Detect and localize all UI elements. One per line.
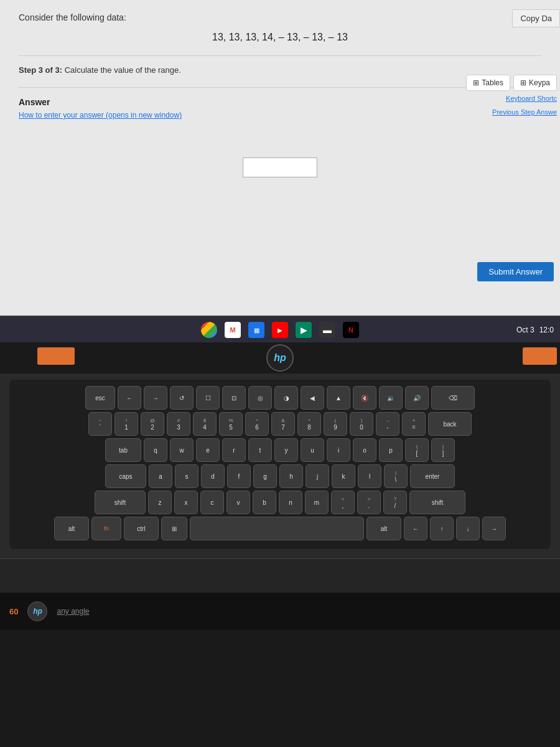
key-c[interactable]: c <box>200 491 224 514</box>
key-u[interactable]: u <box>301 438 324 462</box>
key-e[interactable]: e <box>196 438 220 462</box>
key-arrow-up[interactable]: ↑ <box>430 517 454 540</box>
tables-button[interactable]: ⊞ Tables <box>466 75 510 91</box>
key-pipe[interactable]: |\ <box>384 464 408 488</box>
key-enter[interactable]: enter <box>410 464 455 488</box>
chrome-icon[interactable] <box>201 322 217 338</box>
key-4[interactable]: $4 <box>193 412 217 436</box>
key-rbracket[interactable]: }] <box>431 438 455 462</box>
key-t[interactable]: t <box>248 438 272 462</box>
drive-icon[interactable]: ▦ <box>248 322 264 338</box>
key-vol-down[interactable]: 🔉 <box>379 386 403 410</box>
key-brightness-up[interactable]: ◑ <box>274 386 298 410</box>
key-b[interactable]: b <box>253 491 276 514</box>
any-angle-link[interactable]: any angle <box>57 607 89 616</box>
key-y[interactable]: y <box>274 438 298 462</box>
key-vol-up[interactable]: 🔊 <box>405 386 429 410</box>
key-alt-left[interactable]: alt <box>54 517 89 540</box>
key-6[interactable]: ^6 <box>245 412 269 436</box>
key-s[interactable]: s <box>175 464 198 488</box>
key-backtick[interactable]: ~` <box>88 412 112 436</box>
key-fn[interactable]: fn <box>91 517 121 540</box>
key-space[interactable] <box>190 517 364 540</box>
orange-tab-left <box>37 347 75 365</box>
key-shift-right[interactable]: shift <box>409 491 465 514</box>
key-windows-key[interactable]: ⊞ <box>161 517 187 540</box>
keyboard-shortcut-link[interactable]: Keyboard Shortc <box>506 95 557 102</box>
youtube-icon[interactable]: ▶ <box>272 322 288 338</box>
gmail-icon[interactable]: M <box>225 322 241 338</box>
divider-1 <box>19 55 541 56</box>
key-power[interactable]: ⌫ <box>431 386 475 410</box>
key-n[interactable]: n <box>279 491 302 514</box>
key-d[interactable]: d <box>201 464 225 488</box>
grid-icon: ⊞ <box>473 78 479 87</box>
key-period[interactable]: >. <box>357 491 381 514</box>
answer-input[interactable] <box>243 157 317 177</box>
key-back[interactable]: ← <box>118 386 141 410</box>
key-x[interactable]: x <box>174 491 198 514</box>
taskbar-time: Oct 3 12:0 <box>516 326 554 334</box>
touchpad[interactable] <box>0 558 560 593</box>
key-k[interactable]: k <box>332 464 355 488</box>
key-h[interactable]: h <box>279 464 303 488</box>
key-7[interactable]: &7 <box>271 412 295 436</box>
key-2[interactable]: @2 <box>141 412 164 436</box>
prev-step-link[interactable]: Previous Step Answe <box>492 108 557 116</box>
tv-icon[interactable]: ▬ <box>319 322 335 338</box>
key-p[interactable]: p <box>379 438 403 462</box>
key-alt-right[interactable]: alt <box>366 517 401 540</box>
key-prev[interactable]: ◀ <box>301 386 324 410</box>
key-equals[interactable]: += <box>402 412 426 436</box>
keypad-button[interactable]: ⊞ Keypa <box>513 75 557 91</box>
key-tab[interactable]: tab <box>105 438 141 462</box>
key-caps[interactable]: caps <box>105 464 146 488</box>
key-w[interactable]: w <box>170 438 194 462</box>
key-r[interactable]: r <box>222 438 246 462</box>
key-shift-left[interactable]: shift <box>95 491 146 514</box>
hp-logo-bar: hp <box>0 342 560 374</box>
key-backspace[interactable]: back <box>428 412 472 436</box>
key-f[interactable]: f <box>227 464 251 488</box>
netflix-icon[interactable]: N <box>343 322 359 338</box>
keyboard-icon: ⊞ <box>520 78 526 87</box>
key-windows[interactable]: ⊡ <box>222 386 246 410</box>
submit-button[interactable]: Submit Answer <box>477 262 554 281</box>
key-i[interactable]: i <box>327 438 350 462</box>
key-brightness-down[interactable]: ◎ <box>248 386 272 410</box>
key-m[interactable]: m <box>305 491 329 514</box>
key-arrow-left[interactable]: ← <box>404 517 427 540</box>
key-z[interactable]: z <box>148 491 172 514</box>
key-9[interactable]: (9 <box>324 412 347 436</box>
key-v[interactable]: v <box>226 491 250 514</box>
key-lbracket[interactable]: {[ <box>405 438 429 462</box>
key-slash[interactable]: ?/ <box>383 491 407 514</box>
key-esc[interactable]: esc <box>85 386 115 410</box>
key-mute[interactable]: 🔇 <box>353 386 376 410</box>
key-arrow-down[interactable]: ↓ <box>456 517 480 540</box>
key-3[interactable]: #3 <box>167 412 190 436</box>
data-values: 13, 13, 13, 14, – 13, – 13, – 13 <box>19 32 541 43</box>
key-play-pause[interactable]: ▲ <box>327 386 350 410</box>
key-refresh[interactable]: ↺ <box>170 386 194 410</box>
key-o[interactable]: o <box>353 438 376 462</box>
key-fullscreen[interactable]: ☐ <box>196 386 220 410</box>
key-arrow-right[interactable]: → <box>482 517 506 540</box>
answer-help-link[interactable]: How to enter your answer (opens in new w… <box>19 111 182 120</box>
play-icon[interactable]: ▶ <box>296 322 312 338</box>
time-display: 12:0 <box>539 326 554 334</box>
key-comma[interactable]: <, <box>331 491 355 514</box>
key-ctrl-left[interactable]: ctrl <box>124 517 159 540</box>
key-g[interactable]: g <box>253 464 277 488</box>
key-8[interactable]: *8 <box>297 412 321 436</box>
key-0[interactable]: )0 <box>350 412 373 436</box>
key-j[interactable]: j <box>306 464 329 488</box>
key-forward[interactable]: → <box>144 386 167 410</box>
copy-data-button[interactable]: Copy Da <box>512 9 560 27</box>
key-l[interactable]: l <box>358 464 381 488</box>
key-minus[interactable]: –- <box>376 412 399 436</box>
key-1[interactable]: !1 <box>114 412 138 436</box>
key-a[interactable]: a <box>149 464 172 488</box>
key-q[interactable]: q <box>144 438 167 462</box>
key-5[interactable]: %5 <box>219 412 243 436</box>
